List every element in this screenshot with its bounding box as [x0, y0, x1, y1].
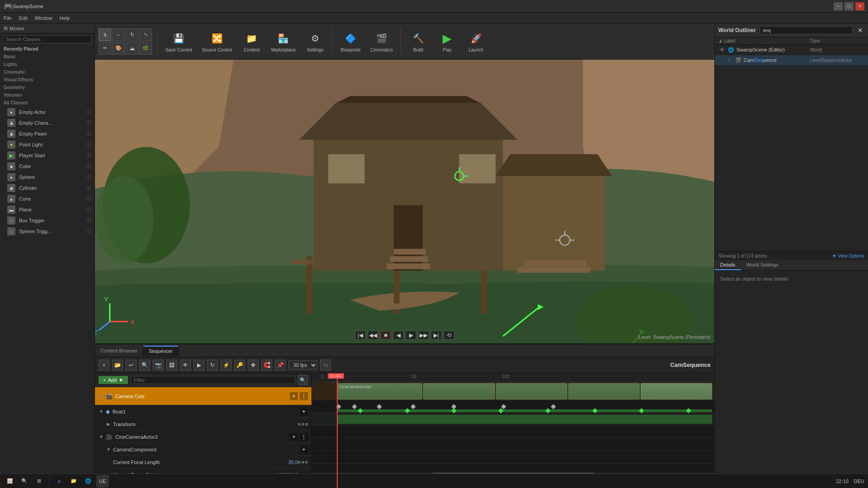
brush-tool[interactable]: ✏	[99, 42, 111, 55]
play-seq-button[interactable]: ▶	[193, 360, 204, 371]
fps-select[interactable]: 30 fps 24 fps 60 fps	[288, 361, 317, 370]
list-item[interactable]: ▶ Player Start ⓘ	[0, 150, 94, 161]
menu-file[interactable]: File	[4, 15, 12, 21]
expand-icon[interactable]: ▶	[99, 394, 104, 399]
undo-button[interactable]: ↩	[126, 360, 137, 371]
filter-input[interactable]	[131, 376, 295, 384]
list-item[interactable]: ♟ Empty Pawn ⓘ	[0, 128, 94, 139]
settings-seq-button[interactable]: ⚡	[221, 360, 231, 371]
menu-help[interactable]: Help	[60, 15, 70, 21]
list-item[interactable]: ■ Cube ⓘ	[0, 161, 94, 172]
track-boat1[interactable]: ▼ ◆ Boat1 +	[95, 405, 311, 418]
list-item[interactable]: ● Empty Actor ⓘ	[0, 107, 94, 117]
track-cine-camera-actor[interactable]: ▼ 🎥 CineCameraActor3 + ⋮	[95, 431, 311, 443]
category-all-classes[interactable]: All Classes	[0, 99, 94, 107]
build-button[interactable]: 🔨 Build	[405, 28, 432, 55]
category-recently-placed[interactable]: Recently Placed	[0, 45, 94, 53]
list-item[interactable]: ◉ Cylinder ⓘ	[0, 183, 94, 193]
menu-window[interactable]: Window	[35, 15, 52, 21]
filter-search-button[interactable]: 🔍	[298, 375, 308, 385]
column-type[interactable]: Type	[810, 38, 864, 43]
snap-button[interactable]: 🧲	[261, 360, 272, 371]
clip-3[interactable]	[496, 383, 567, 399]
add-cine-button[interactable]: +	[290, 433, 298, 441]
step-back-button[interactable]: ◀◀	[368, 331, 378, 340]
menu-edit[interactable]: Edit	[19, 15, 28, 21]
track-focal-length[interactable]: Current Focal Length 35.0	[95, 456, 311, 469]
track-camera-cuts[interactable]: ▶ 🎬 Camera Cuts + ⋮	[95, 387, 311, 405]
next-kf-button[interactable]	[305, 461, 308, 464]
expand-icon[interactable]: ▼	[106, 447, 111, 452]
pin-button[interactable]: 📌	[275, 360, 286, 371]
outliner-item-swampscene[interactable]: 👁 🌐 SwampScene (Editor) World	[715, 45, 868, 55]
list-item[interactable]: ○ Sphere Trigg... ⓘ	[0, 226, 94, 237]
go-to-end-button[interactable]: ▶|	[431, 331, 442, 340]
cinematics-button[interactable]: 🎬 Cinematics	[367, 28, 397, 55]
outliner-item-cam-sequence[interactable]: 👁 🎬 CamSequence LevelSequenceActor	[715, 55, 868, 66]
outliner-search-input[interactable]	[760, 26, 853, 34]
stop-button[interactable]: ■	[380, 331, 391, 340]
expand-icon[interactable]: ▶	[106, 422, 111, 427]
image-button[interactable]: 🖼	[166, 360, 177, 371]
search-sequence-button[interactable]: 🔍	[139, 360, 150, 371]
search-classes-input[interactable]	[3, 35, 92, 43]
add-boat1-button[interactable]: +	[300, 408, 308, 416]
edge-button[interactable]: e	[53, 475, 66, 488]
playhead[interactable]: 10.041	[337, 373, 338, 488]
tab-sequencer[interactable]: Sequencer	[143, 346, 179, 356]
cine-options-button[interactable]: ⋮	[300, 433, 308, 441]
category-basic[interactable]: Basic	[0, 53, 94, 61]
chrome-button[interactable]: 🌐	[82, 475, 94, 488]
list-item[interactable]: ▲ Cone ⓘ	[0, 193, 94, 204]
maximize-button[interactable]: □	[844, 2, 854, 10]
keyframe[interactable]	[352, 404, 357, 409]
clip-2[interactable]	[423, 383, 495, 399]
save-button[interactable]: 💾 Save Current	[161, 28, 196, 55]
minimize-button[interactable]: ─	[834, 2, 843, 10]
settings-button[interactable]: ⚙ Settings	[302, 28, 329, 55]
explorer-button[interactable]: 📁	[67, 475, 80, 488]
category-visual-effects[interactable]: Visual Effects	[0, 76, 94, 84]
camera-cuts-options-button[interactable]: ⋮	[300, 392, 308, 400]
keyframe[interactable]	[501, 404, 506, 409]
step-forward-button[interactable]: ▶▶	[418, 331, 429, 340]
select-tool[interactable]: 🖱	[99, 28, 111, 41]
track-boat1-transform[interactable]: ▶ Transform	[95, 418, 311, 431]
start-button[interactable]: 🪟	[4, 475, 16, 488]
keyframe[interactable]	[377, 404, 382, 409]
track-options-button[interactable]: ↑↓	[320, 360, 331, 371]
loop-button[interactable]: ⟲	[443, 331, 454, 340]
unreal-button[interactable]: UE	[96, 475, 109, 488]
list-item[interactable]: ● Sphere ⓘ	[0, 172, 94, 183]
clip-4[interactable]	[568, 383, 640, 399]
loop-seq-button[interactable]: ↻	[207, 360, 218, 371]
source-control-button[interactable]: 🔀 Source Control	[198, 28, 236, 55]
transform-seq-button[interactable]: ✤	[248, 360, 259, 371]
category-cinematic[interactable]: Cinematic	[0, 68, 94, 76]
task-view-button[interactable]: ⊞	[33, 475, 45, 488]
play-reverse-button[interactable]: ◀	[393, 331, 404, 340]
track-camera-component[interactable]: ▼ CameraComponent +	[95, 443, 311, 456]
foliage-tool[interactable]: 🌿	[139, 42, 152, 55]
column-label[interactable]: ▲ Label	[718, 38, 810, 43]
view-options-button[interactable]: ▼ View Options	[832, 253, 864, 258]
list-item[interactable]: ▬ Plane ⓘ	[0, 204, 94, 215]
keyframe[interactable]	[551, 404, 556, 409]
list-item[interactable]: ✦ Point Light ⓘ	[0, 139, 94, 150]
add-kf-button[interactable]	[302, 461, 304, 464]
scale-tool[interactable]: ⤡	[139, 28, 152, 41]
go-to-start-button[interactable]: |◀	[355, 331, 366, 340]
add-camera-cuts-button[interactable]: +	[290, 392, 298, 400]
prev-keyframe-button[interactable]	[298, 423, 301, 426]
category-lights[interactable]: Lights	[0, 61, 94, 68]
camera-button[interactable]: 📷	[153, 360, 164, 371]
category-volumes[interactable]: Volumes	[0, 91, 94, 99]
tab-details[interactable]: Details	[715, 260, 741, 270]
outliner-close-button[interactable]: ✕	[856, 26, 864, 34]
clip-5[interactable]	[641, 383, 712, 399]
rotate-tool[interactable]: ↻	[126, 28, 138, 41]
next-keyframe-button[interactable]	[305, 423, 308, 426]
play-button[interactable]: ▶ Play	[434, 28, 461, 55]
content-button[interactable]: 📁 Content	[238, 28, 265, 55]
landscape-tool[interactable]: ⛰	[126, 42, 138, 55]
